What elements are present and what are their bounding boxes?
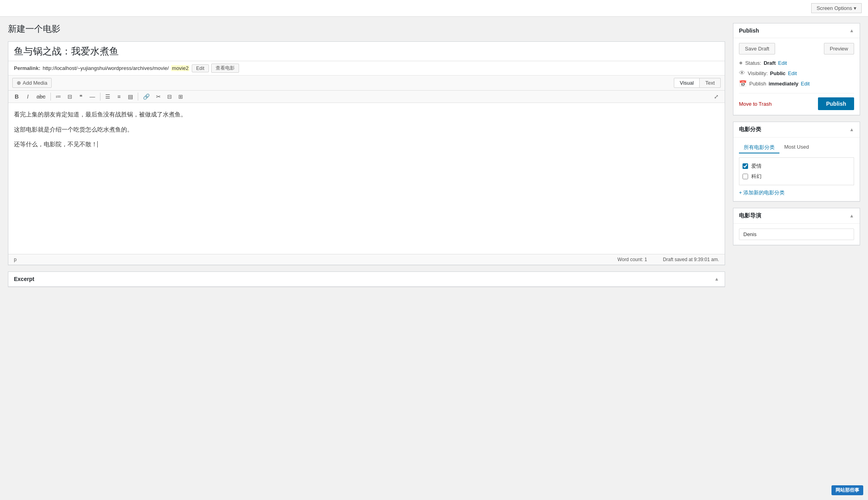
category-list: 爱情 科幻 xyxy=(739,157,854,185)
permalink-label: Permalink: xyxy=(14,65,40,71)
category-tabs: 所有电影分类 Most Used xyxy=(739,142,854,153)
status-label: Status: xyxy=(745,60,761,66)
publish-time-edit-link[interactable]: Edit xyxy=(801,81,810,87)
publish-time-value: immediately xyxy=(769,81,799,87)
screen-options-label: Screen Options xyxy=(816,5,852,11)
category-label-kehuan[interactable]: 科幻 xyxy=(751,173,762,180)
director-input[interactable] xyxy=(739,229,854,240)
blockquote-button[interactable]: ❝ xyxy=(76,92,86,101)
unlink-icon: ✂ xyxy=(156,93,161,100)
editor-footer: p Word count: 1 Draft saved at 9:39:01 a… xyxy=(8,254,725,265)
view-movie-button[interactable]: 查看电影 xyxy=(211,64,239,73)
toolbar-toggle-icon: ⊞ xyxy=(178,93,183,100)
content-line-1: 看完上集的朋友肯定知道，最后鱼没有战胜锅，被做成了水煮鱼。 xyxy=(14,109,719,120)
fullscreen-button[interactable]: ⤢ xyxy=(711,92,721,101)
bullet-list-icon: ≔ xyxy=(56,93,61,100)
movie-category-title: 电影分类 xyxy=(739,126,761,133)
status-value: Draft xyxy=(764,60,775,66)
top-bar: Screen Options ▾ xyxy=(0,0,868,17)
permalink-row: Permalink: http://localhost/~yujiangshui… xyxy=(8,61,725,76)
publish-toggle-icon: ▲ xyxy=(849,28,854,33)
align-center-icon: ≡ xyxy=(117,93,120,100)
numbered-list-button[interactable]: ⊟ xyxy=(65,92,75,101)
visual-tab[interactable]: Visual xyxy=(674,78,700,88)
move-to-trash-link[interactable]: Move to Trash xyxy=(739,101,772,107)
sidebar: Publish ▲ Save Draft Preview ● Status: D… xyxy=(733,23,860,293)
unlink-button[interactable]: ✂ xyxy=(153,92,164,101)
publish-content: Save Draft Preview ● Status: Draft Edit … xyxy=(733,38,860,115)
visibility-icon: 👁 xyxy=(739,70,745,77)
excerpt-header[interactable]: Excerpt ▲ xyxy=(8,272,725,287)
movie-category-meta-box: 电影分类 ▲ 所有电影分类 Most Used 爱情 科幻 xyxy=(733,122,860,202)
excerpt-meta-box: Excerpt ▲ xyxy=(8,271,725,287)
publish-actions: Save Draft Preview xyxy=(739,43,854,54)
category-label-aiqing[interactable]: 爱情 xyxy=(751,163,762,170)
numbered-list-icon: ⊟ xyxy=(68,93,72,100)
align-right-button[interactable]: ▤ xyxy=(125,92,136,101)
list-item: 科幻 xyxy=(743,171,851,182)
movie-category-header[interactable]: 电影分类 ▲ xyxy=(733,122,860,138)
align-left-button[interactable]: ☰ xyxy=(102,92,113,101)
permalink-slug: movie2 xyxy=(171,65,189,71)
hr-button[interactable]: — xyxy=(87,92,98,101)
content-line-3: 还等什么，电影院，不见不散！ xyxy=(14,139,719,149)
add-category-link[interactable]: + 添加新的电影分类 xyxy=(739,189,785,196)
screen-options-button[interactable]: Screen Options ▾ xyxy=(811,3,862,13)
bullet-list-button[interactable]: ≔ xyxy=(53,92,64,101)
most-used-tab[interactable]: Most Used xyxy=(779,142,814,153)
chevron-down-icon: ▾ xyxy=(854,5,856,11)
insert-more-button[interactable]: ⊟ xyxy=(164,92,175,101)
visibility-edit-link[interactable]: Edit xyxy=(788,70,797,76)
excerpt-title: Excerpt xyxy=(14,276,34,282)
fullscreen-icon: ⤢ xyxy=(714,93,719,100)
editor-content[interactable]: 看完上集的朋友肯定知道，最后鱼没有战胜锅，被做成了水煮鱼。 这部电影就是介绍一个… xyxy=(8,103,725,254)
movie-director-header[interactable]: 电影导演 ▲ xyxy=(733,208,860,224)
hr-icon: — xyxy=(90,93,95,100)
word-count: Word count: 1 xyxy=(617,257,647,262)
preview-button[interactable]: Preview xyxy=(824,43,854,54)
status-edit-link[interactable]: Edit xyxy=(778,60,787,66)
align-right-icon: ▤ xyxy=(128,93,133,100)
calendar-icon: 📅 xyxy=(739,80,747,87)
page-title: 新建一个电影 xyxy=(8,23,725,35)
movie-director-toggle-icon: ▲ xyxy=(849,213,854,219)
editor-top-bar: ⊕ Add Media Visual Text xyxy=(8,76,725,91)
publish-bottom-row: Move to Trash Publish xyxy=(739,93,854,110)
align-center-button[interactable]: ≡ xyxy=(114,92,124,101)
excerpt-toggle-icon: ▲ xyxy=(714,276,719,282)
movie-category-content: 所有电影分类 Most Used 爱情 科幻 + 添加新的电影分类 xyxy=(733,138,860,201)
footer-info: Word count: 1 Draft saved at 9:39:01 am. xyxy=(617,257,719,262)
all-categories-tab[interactable]: 所有电影分类 xyxy=(739,142,779,153)
toolbar-left: ⊕ Add Media xyxy=(12,78,52,88)
movie-director-title: 电影导演 xyxy=(739,212,761,219)
align-left-icon: ☰ xyxy=(105,93,110,100)
italic-button[interactable]: I xyxy=(23,92,33,101)
formatting-toolbar: B I abc ≔ ⊟ ❝ — ☰ ≡ ▤ 🔗 ✂ ⊟ ⊞ ⤢ xyxy=(8,91,725,103)
status-icon: ● xyxy=(739,59,743,66)
publish-time-label: Publish xyxy=(749,81,766,87)
draft-saved: Draft saved at 9:39:01 am. xyxy=(663,257,719,262)
status-row: ● Status: Draft Edit xyxy=(739,59,854,66)
strikethrough-button[interactable]: abc xyxy=(34,92,48,101)
content-line-2: 这部电影就是介绍一个吃货怎么吃水煮鱼的。 xyxy=(14,124,719,135)
bold-button[interactable]: B xyxy=(12,92,22,101)
category-checkbox-aiqing[interactable] xyxy=(743,163,748,169)
add-media-label: Add Media xyxy=(23,80,47,86)
insert-more-icon: ⊟ xyxy=(167,93,172,100)
save-draft-button[interactable]: Save Draft xyxy=(739,43,775,54)
view-tabs: Visual Text xyxy=(674,78,721,88)
permalink-edit-button[interactable]: Edit xyxy=(192,64,209,72)
add-media-button[interactable]: ⊕ Add Media xyxy=(12,78,52,88)
category-checkbox-kehuan[interactable] xyxy=(743,174,748,179)
toolbar-toggle-button[interactable]: ⊞ xyxy=(176,92,186,101)
movie-director-meta-box: 电影导演 ▲ xyxy=(733,208,860,245)
text-tab[interactable]: Text xyxy=(699,78,721,88)
current-tag: p xyxy=(14,257,17,262)
publish-button[interactable]: Publish xyxy=(818,97,854,110)
link-button[interactable]: 🔗 xyxy=(140,92,152,101)
publish-meta-box: Publish ▲ Save Draft Preview ● Status: D… xyxy=(733,23,860,115)
post-title-input[interactable] xyxy=(8,42,725,61)
publish-header[interactable]: Publish ▲ xyxy=(733,23,860,38)
editor-wrapper: Permalink: http://localhost/~yujiangshui… xyxy=(8,41,725,265)
publish-title: Publish xyxy=(739,27,759,34)
